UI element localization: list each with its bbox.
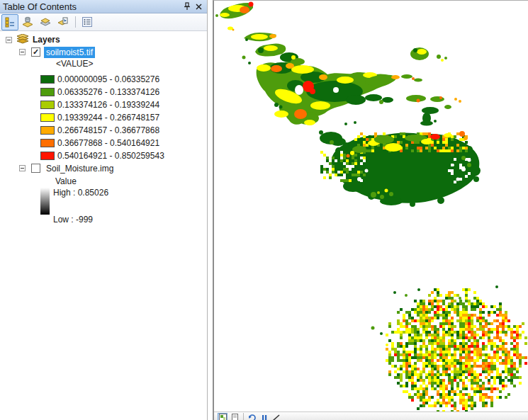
stretch-legend: High : 0.85026 Low : -999 [0, 186, 206, 229]
pencil-button[interactable] [271, 413, 281, 420]
legend-class-row: 0.36677868 - 0.540164921 [0, 137, 206, 149]
refresh-view-icon [248, 414, 257, 420]
list-by-visibility-icon [40, 16, 51, 28]
layer-row-soilmoist5[interactable]: soilmoist5.tif [0, 46, 206, 58]
arcmap-window: Table Of Contents [0, 0, 528, 420]
raster-main-landmass [257, 62, 396, 125]
raster-patch-northwest [215, 2, 254, 31]
stretch-high-label: High : 0.85026 [53, 188, 108, 198]
map-view[interactable] [213, 0, 528, 420]
legend-class-label: 0.133374126 - 0.19339244 [57, 100, 159, 110]
view-toolbar-separator [243, 413, 244, 420]
data-view-button[interactable] [218, 413, 228, 420]
refresh-view-button[interactable] [247, 413, 257, 420]
collapse-toggle-icon[interactable] [19, 165, 26, 171]
collapse-toggle-icon[interactable] [6, 37, 12, 43]
legend-swatch[interactable] [40, 126, 55, 135]
layers-group-label[interactable]: Layers [33, 35, 60, 45]
legend-swatch[interactable] [40, 101, 55, 109]
pause-drawing-icon [261, 414, 268, 420]
layers-tree: Layers soilmoist5.tif <VALUE> 0.00000009… [0, 32, 206, 420]
legend-swatch[interactable] [40, 113, 55, 122]
layout-view-button[interactable] [230, 413, 240, 420]
legend-class-label: 0.000000095 - 0.06335276 [57, 74, 159, 84]
list-by-visibility-button[interactable] [37, 14, 54, 30]
stretch-value-label: Value [0, 176, 206, 186]
collapse-toggle-icon[interactable] [19, 49, 26, 55]
legend-class-row: 0.266748157 - 0.36677868 [0, 124, 206, 137]
legend-class-row: 0.19339244 - 0.266748157 [0, 111, 206, 124]
raster-south-cluster [386, 288, 527, 413]
list-by-selection-button[interactable] [55, 14, 72, 30]
legend-swatch[interactable] [40, 88, 55, 96]
legend-class-label: 0.540164921 - 0.850259543 [57, 151, 164, 161]
legend-class-label: 0.06335276 - 0.133374126 [57, 87, 159, 97]
list-by-selection-icon [57, 16, 69, 28]
toc-toolbar [0, 13, 207, 31]
data-view-icon [219, 414, 227, 420]
stretch-low-label: Low : -999 [53, 215, 93, 225]
layers-group-icon [16, 34, 29, 46]
layer-name-label[interactable]: Soil_Moisture.img [44, 163, 116, 174]
legend-class-row: 0.06335276 - 0.133374126 [0, 86, 206, 98]
view-toggle-bar [214, 412, 528, 420]
legend-class-row: 0.540164921 - 0.850259543 [0, 149, 206, 162]
list-by-source-button[interactable] [19, 14, 36, 30]
legend-swatch[interactable] [40, 75, 55, 84]
pencil-icon [272, 414, 281, 420]
legend-class-row: 0.000000095 - 0.06335276 [0, 73, 206, 86]
pause-drawing-button[interactable] [259, 413, 269, 420]
layer-visibility-checkbox[interactable] [31, 164, 40, 173]
panel-header[interactable]: Table Of Contents [0, 0, 207, 13]
layer-visibility-checkbox[interactable] [31, 47, 40, 57]
stretch-color-ramp [40, 188, 50, 215]
raster-large-dark-blob [319, 120, 481, 207]
legend-field-header: <VALUE> [0, 58, 206, 69]
layers-group-row[interactable]: Layers [0, 33, 206, 46]
options-icon [82, 16, 93, 28]
legend-class-list: 0.000000095 - 0.06335276 0.06335276 - 0.… [0, 73, 206, 162]
legend-swatch[interactable] [40, 152, 55, 160]
toolbar-separator [75, 16, 76, 28]
legend-class-row: 0.133374126 - 0.19339244 [0, 98, 206, 111]
raster-archipelago [242, 43, 305, 65]
layer-row-soil-moisture-img[interactable]: Soil_Moisture.img [0, 162, 206, 174]
list-by-source-icon [22, 16, 33, 28]
list-by-drawing-order-button[interactable] [1, 14, 18, 30]
raster-streak-island [244, 33, 276, 41]
close-icon[interactable] [193, 1, 204, 11]
panel-title: Table Of Contents [3, 1, 181, 12]
legend-class-label: 0.36677868 - 0.540164921 [57, 138, 159, 148]
legend-swatch[interactable] [40, 139, 55, 147]
auto-hide-pin-icon[interactable] [181, 1, 193, 11]
layout-view-icon [231, 414, 239, 420]
layer-name-label[interactable]: soilmoist5.tif [44, 47, 95, 58]
soil-moisture-raster-map[interactable] [214, 1, 528, 413]
table-of-contents-panel: Table Of Contents [0, 0, 208, 420]
list-by-drawing-order-icon [4, 16, 16, 28]
legend-class-label: 0.19339244 - 0.266748157 [57, 113, 159, 123]
legend-class-label: 0.266748157 - 0.36677868 [57, 125, 159, 135]
options-button[interactable] [79, 14, 96, 30]
